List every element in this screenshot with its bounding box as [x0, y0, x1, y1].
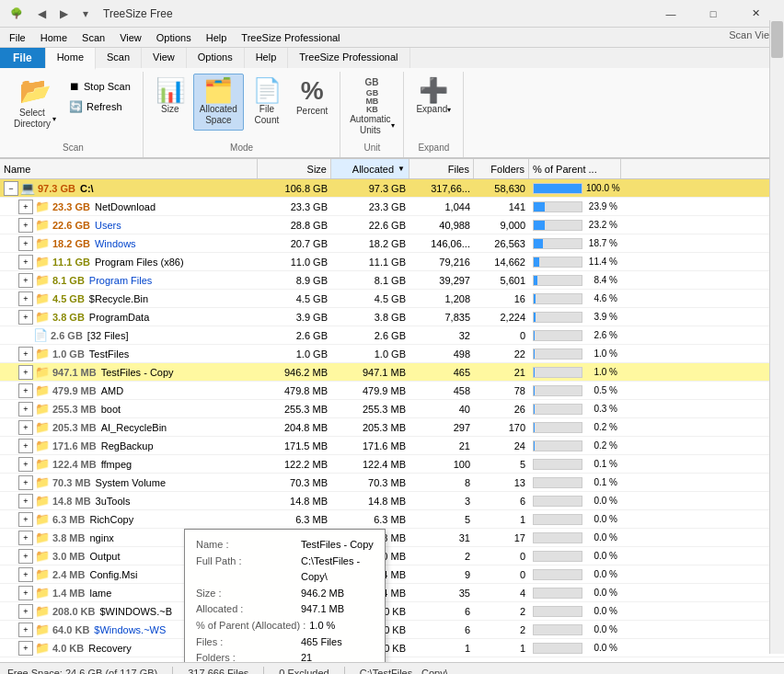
auto-dropdown[interactable]: ▾: [391, 121, 395, 130]
tab-view[interactable]: View: [142, 48, 187, 68]
table-row[interactable]: + 📁 1.0 GB TestFiles 1.0 GB 1.0 GB 498 2…: [0, 345, 784, 363]
size-mode-button[interactable]: 📊 Size: [149, 74, 191, 120]
table-row[interactable]: + 📁 2.4 MB Config.Msi 2.4 MB 2.4 MB 9 0 …: [0, 565, 784, 584]
table-row[interactable]: + 📁 4.0 KB Recovery 1.0 KB 4.0 KB 1 1 0.…: [0, 639, 784, 657]
allocated-space-button[interactable]: 🗂️ AllocatedSpace: [193, 74, 244, 131]
header-size[interactable]: Size: [258, 159, 331, 178]
expand-btn[interactable]: +: [18, 512, 33, 527]
table-row[interactable]: + 📁 11.1 GB Program Files (x86) 11.0 GB …: [0, 253, 784, 271]
back-button[interactable]: ◀: [31, 4, 52, 24]
table-row[interactable]: + 📁 3.0 MB Output 3.0 MB 3.0 MB 2 0 0.0 …: [0, 547, 784, 565]
expand-button[interactable]: ➕ Expand ▾: [409, 74, 457, 120]
tab-scan[interactable]: Scan: [96, 48, 142, 68]
expand-btn[interactable]: +: [18, 200, 33, 214]
kb-label: KB: [366, 106, 378, 114]
table-row[interactable]: + 📁 23.3 GB NetDownload 23.3 GB 23.3 GB …: [0, 198, 784, 216]
table-row[interactable]: + 📁 479.9 MB AMD 479.8 MB 479.9 MB 458 7…: [0, 382, 784, 400]
tab-pro[interactable]: TreeSize Professional: [288, 48, 409, 68]
expand-btn[interactable]: +: [18, 641, 33, 656]
expand-btn[interactable]: +: [18, 531, 33, 545]
menu-treesize-pro[interactable]: TreeSize Professional: [234, 30, 347, 45]
expand-btn[interactable]: +: [18, 586, 33, 600]
stop-scan-button[interactable]: ⏹ Stop Scan: [63, 77, 137, 96]
expand-dropdown[interactable]: ▾: [447, 106, 451, 114]
table-row[interactable]: + 📁 171.6 MB RegBackup 171.5 MB 171.6 MB…: [0, 437, 784, 455]
table-row[interactable]: + 📁 6.3 MB RichCopy 6.3 MB 6.3 MB 5 1 0.…: [0, 510, 784, 529]
table-row[interactable]: + 📁 22.6 GB Users 28.8 GB 22.6 GB 40,988…: [0, 216, 784, 234]
expand-btn[interactable]: +: [18, 420, 33, 435]
maximize-button[interactable]: □: [692, 0, 734, 28]
table-row[interactable]: + 📁 1.4 MB lame 1.3 MB 1.4 MB 35 4 0.0 %: [0, 584, 784, 602]
expand-btn[interactable]: +: [18, 347, 33, 361]
menu-home[interactable]: Home: [33, 30, 75, 45]
size-badge: 6.3 MB: [52, 514, 85, 525]
percent-bar: [534, 239, 543, 248]
file-count-button[interactable]: 📄 FileCount: [246, 74, 288, 131]
table-row[interactable]: + 📁 947.1 MB TestFiles - Copy 946.2 MB 9…: [0, 363, 784, 382]
cell-files: 498: [409, 345, 474, 362]
select-directory-button[interactable]: 📂 Select Directory ▾: [9, 74, 61, 134]
tree-body[interactable]: − 💻 97.3 GB C:\ 106.8 GB 97.3 GB 317,66.…: [0, 179, 784, 662]
table-row[interactable]: − 💻 97.3 GB C:\ 106.8 GB 97.3 GB 317,66.…: [0, 179, 784, 198]
cell-size: 14.8 MB: [258, 492, 331, 509]
tab-help[interactable]: Help: [245, 48, 289, 68]
header-percent[interactable]: % of Parent ...: [529, 159, 621, 178]
tab-file[interactable]: File: [0, 48, 46, 68]
table-row[interactable]: + 📁 122.4 MB ffmpeg 122.2 MB 122.4 MB 10…: [0, 455, 784, 474]
expand-btn[interactable]: +: [18, 365, 33, 380]
table-row[interactable]: + 📁 70.3 MB System Volume 70.3 MB 70.3 M…: [0, 474, 784, 492]
expand-btn[interactable]: +: [18, 402, 33, 417]
expand-btn[interactable]: +: [18, 439, 33, 453]
tab-home[interactable]: Home: [46, 48, 96, 70]
scrollbar-v[interactable]: [769, 159, 784, 654]
dropdown-button[interactable]: ▾: [75, 4, 96, 24]
percent-mode-button[interactable]: % Percent: [290, 74, 334, 121]
expand-btn[interactable]: +: [18, 475, 33, 490]
ribbon: File Home Scan View Options Help TreeSiz…: [0, 48, 784, 159]
auto-units-button[interactable]: GB GB MB KB AutomaticUnits ▾: [346, 74, 398, 141]
header-files[interactable]: Files: [409, 159, 474, 178]
expand-btn[interactable]: −: [4, 181, 18, 196]
minimize-button[interactable]: —: [650, 0, 692, 28]
refresh-button[interactable]: 🔄 Refresh: [63, 97, 137, 116]
table-row[interactable]: + 📁 8.1 GB Program Files 8.9 GB 8.1 GB 3…: [0, 271, 784, 290]
select-dir-dropdown[interactable]: ▾: [52, 115, 56, 123]
table-row[interactable]: + 📁 205.3 MB AI_RecycleBin 204.8 MB 205.…: [0, 418, 784, 437]
header-folders[interactable]: Folders: [474, 159, 529, 178]
expand-btn[interactable]: +: [18, 310, 33, 325]
menu-help[interactable]: Help: [199, 30, 235, 45]
table-row[interactable]: + 📁 255.3 MB boot 255.3 MB 255.3 MB 40 2…: [0, 400, 784, 418]
tab-options[interactable]: Options: [187, 48, 245, 68]
table-row[interactable]: + 📁 3.8 MB nginx 3.7 MB 3.8 MB 31 17 0.0…: [0, 529, 784, 547]
table-row[interactable]: + 📁 14.8 MB 3uTools 14.8 MB 14.8 MB 3 6 …: [0, 492, 784, 510]
expand-btn[interactable]: +: [18, 549, 33, 564]
table-row[interactable]: 📄 2.6 GB [32 Files] 2.6 GB 2.6 GB 32 0 2…: [0, 326, 784, 345]
percent-text: 0.0 %: [586, 643, 617, 653]
expand-btn[interactable]: +: [18, 567, 33, 582]
expand-btn[interactable]: +: [18, 291, 33, 306]
expand-btn[interactable]: +: [18, 494, 33, 508]
expand-btn[interactable]: +: [18, 255, 33, 269]
table-row[interactable]: + 📁 4.5 GB $Recycle.Bin 4.5 GB 4.5 GB 1,…: [0, 290, 784, 308]
menu-view[interactable]: View: [112, 30, 149, 45]
header-name[interactable]: Name: [0, 159, 258, 178]
expand-btn[interactable]: +: [18, 623, 33, 637]
expand-btn[interactable]: +: [18, 273, 33, 288]
header-allocated[interactable]: Allocated ▼: [331, 159, 409, 178]
expand-btn[interactable]: +: [18, 236, 33, 251]
expand-btn[interactable]: +: [18, 457, 33, 472]
expand-btn[interactable]: +: [18, 383, 33, 398]
table-row[interactable]: + 📁 3.8 GB ProgramData 3.9 GB 3.8 GB 7,8…: [0, 308, 784, 326]
menu-file[interactable]: File: [2, 30, 33, 45]
size-badge: 64.0 KB: [52, 624, 89, 635]
table-row[interactable]: + 📁 208.0 KB $WINDOWS.~B 204.2 KB 208.0 …: [0, 602, 784, 621]
expand-btn[interactable]: +: [18, 604, 33, 619]
forward-button[interactable]: ▶: [53, 4, 74, 24]
row-name: [32 Files]: [87, 330, 129, 341]
table-row[interactable]: + 📁 64.0 KB $Windows.~WS 167.1 KB 64.0 K…: [0, 621, 784, 639]
menu-scan[interactable]: Scan: [75, 30, 112, 45]
expand-btn[interactable]: +: [18, 218, 33, 233]
menu-options[interactable]: Options: [149, 30, 199, 45]
table-row[interactable]: + 📁 18.2 GB Windows 20.7 GB 18.2 GB 146,…: [0, 234, 784, 253]
folder-icon: 📁: [35, 586, 50, 600]
